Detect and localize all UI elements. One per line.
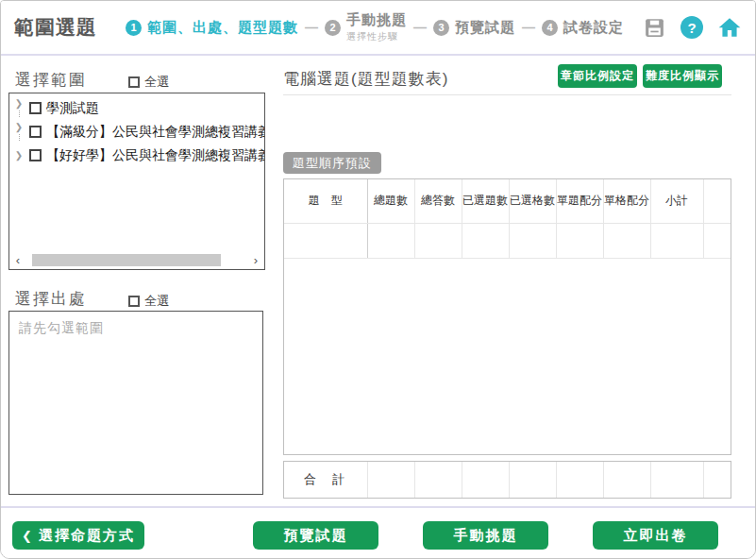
- back-button-label: 選擇命題方式: [39, 527, 135, 545]
- column-header: 已選題數: [462, 179, 509, 223]
- choose-method-back-button[interactable]: ❮ 選擇命題方式: [12, 521, 144, 550]
- column-header: [703, 179, 731, 223]
- range-listbox: ❯ 學測試題 ❯ 【滿級分】公民與社會學測總複習講義 實 ❯ 【好好學】公民與社…: [8, 93, 265, 270]
- computer-select-title: 電腦選題(題型題數表): [283, 68, 448, 90]
- stepper: 1 範圍、出處、題型題數 — 2 手動挑題 選擇性步驟 — 3 預覽試題 — 4…: [126, 11, 624, 43]
- column-header: 已選格數: [509, 179, 556, 223]
- chapter-ratio-button[interactable]: 章節比例設定: [558, 64, 637, 88]
- step-separator: —: [305, 20, 318, 35]
- step-3-number: 3: [433, 20, 449, 36]
- generate-paper-button[interactable]: 立即出卷: [593, 521, 718, 550]
- preview-questions-button[interactable]: 預覽試題: [253, 521, 378, 550]
- save-icon[interactable]: [643, 16, 666, 40]
- step-2-manual-pick[interactable]: 2 手動挑題 選擇性步驟: [325, 11, 407, 43]
- tree-item[interactable]: ❯ 【好好學】公民與社會學測總複習講義 實: [9, 144, 264, 167]
- source-placeholder-text: 請先勾選範圍: [9, 312, 262, 346]
- header-bar: 範圍選題 1 範圍、出處、題型題數 — 2 手動挑題 選擇性步驟 — 3 預覽試…: [1, 1, 755, 56]
- tree-item-label: 【好好學】公民與社會學測總複習講義 實: [46, 147, 265, 164]
- scroll-right-icon[interactable]: ›: [248, 253, 263, 267]
- column-header: 總答數: [414, 179, 462, 223]
- table-empty-row: [284, 223, 731, 258]
- source-select-all[interactable]: 全選: [128, 293, 169, 310]
- expand-chevron-icon[interactable]: ❯: [15, 99, 23, 109]
- tree-item-checkbox[interactable]: [29, 149, 42, 161]
- scrollbar-thumb[interactable]: [32, 254, 221, 266]
- range-select-all[interactable]: 全選: [128, 74, 169, 91]
- header-icons: ?: [643, 15, 742, 40]
- column-header: 單格配分: [603, 179, 650, 223]
- expand-chevron-icon[interactable]: ❯: [15, 123, 23, 132]
- tree-item[interactable]: ❯ 【滿級分】公民與社會學測總複習講義 實: [9, 120, 264, 144]
- source-select-all-label: 全選: [144, 293, 169, 310]
- range-tree: ❯ 學測試題 ❯ 【滿級分】公民與社會學測總複習講義 實 ❯ 【好好學】公民與社…: [9, 93, 264, 167]
- column-header: 題 型: [284, 179, 367, 223]
- step-4-paper-settings[interactable]: 4 試卷設定: [542, 19, 624, 37]
- step-separator: —: [413, 20, 427, 35]
- step-4-label: 試卷設定: [563, 19, 624, 37]
- tree-guide-dots: [19, 110, 20, 117]
- scroll-left-icon[interactable]: ‹: [10, 253, 25, 267]
- tree-guide-dots: [19, 134, 20, 141]
- horizontal-scrollbar[interactable]: ‹ ›: [10, 252, 263, 268]
- source-section-title: 選擇出處: [15, 288, 87, 310]
- step-separator: —: [522, 20, 535, 35]
- total-label: 合 計: [284, 462, 367, 498]
- right-panel-divider: [283, 94, 731, 95]
- step-1-number: 1: [126, 20, 142, 36]
- back-chevron-icon: ❮: [22, 529, 34, 543]
- step-4-number: 4: [542, 20, 558, 36]
- manual-pick-button[interactable]: 手動挑題: [423, 521, 548, 550]
- difficulty-ratio-button[interactable]: 難度比例顯示: [643, 64, 722, 88]
- home-icon[interactable]: [717, 15, 742, 40]
- source-select-all-checkbox[interactable]: [128, 296, 140, 307]
- help-icon[interactable]: ?: [680, 16, 703, 39]
- question-type-table: 題 型 總題數 總答數 已選題數 已選格數 單題配分 單格配分 小計: [283, 178, 731, 455]
- tree-item[interactable]: ❯ 學測試題: [9, 96, 264, 120]
- scrollbar-track[interactable]: [25, 254, 248, 266]
- column-header: 總題數: [367, 179, 414, 223]
- column-header: 小計: [650, 179, 703, 223]
- expand-chevron-icon[interactable]: ❯: [15, 151, 23, 161]
- app-window: 範圍選題 1 範圍、出處、題型題數 — 2 手動挑題 選擇性步驟 — 3 預覽試…: [0, 0, 756, 559]
- tree-item-label: 【滿級分】公民與社會學測總複習講義 實: [46, 124, 265, 141]
- page-title: 範圍選題: [14, 14, 97, 41]
- source-listbox: 請先勾選範圍: [8, 311, 263, 495]
- range-select-all-label: 全選: [144, 74, 169, 91]
- step-2-number: 2: [325, 20, 341, 36]
- step-1-label: 範圍、出處、題型題數: [147, 19, 298, 37]
- column-header: 單題配分: [556, 179, 603, 223]
- table-header-row: 題 型 總題數 總答數 已選題數 已選格數 單題配分 單格配分 小計: [284, 179, 731, 223]
- tree-item-label: 學測試題: [46, 100, 99, 117]
- table-total-row: 合 計: [283, 461, 731, 499]
- step-2-sublabel: 選擇性步驟: [346, 30, 398, 43]
- tree-item-checkbox[interactable]: [29, 126, 42, 138]
- step-3-label: 預覽試題: [455, 19, 515, 37]
- range-select-all-checkbox[interactable]: [128, 76, 140, 88]
- step-1-range[interactable]: 1 範圍、出處、題型題數: [126, 19, 298, 37]
- range-section-title: 選擇範圍: [15, 69, 87, 91]
- question-type-order-tab[interactable]: 題型順序預設: [283, 152, 381, 174]
- step-2-label: 手動挑題: [346, 11, 407, 29]
- tree-item-checkbox[interactable]: [29, 102, 42, 114]
- step-3-preview[interactable]: 3 預覽試題: [433, 19, 515, 37]
